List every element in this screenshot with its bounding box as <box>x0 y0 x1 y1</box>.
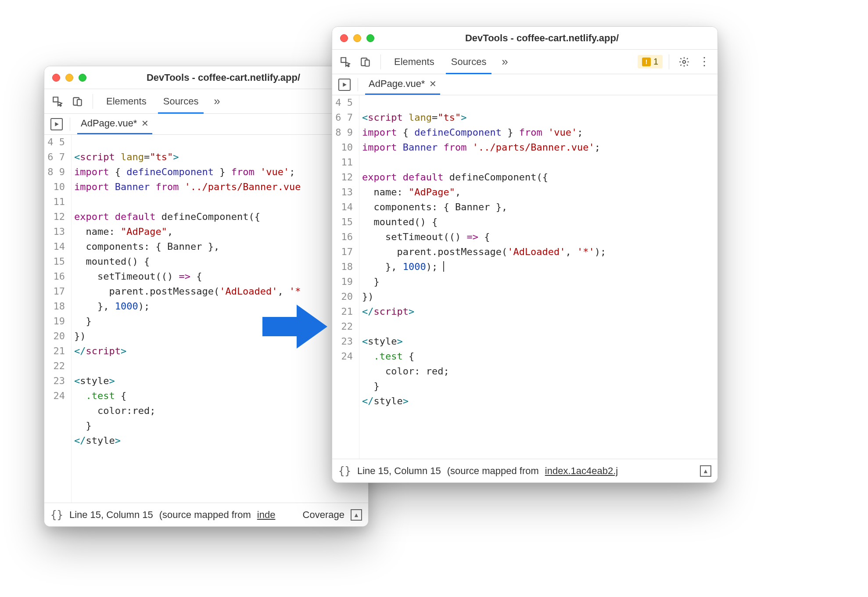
tab-elements[interactable]: Elements <box>99 90 154 113</box>
code-content[interactable]: <script lang="ts"> import { defineCompon… <box>72 135 368 503</box>
collapse-icon[interactable]: ▲ <box>700 465 711 477</box>
file-tabstrip: AdPage.vue* ✕ <box>44 114 368 135</box>
divider <box>70 118 70 131</box>
code-content[interactable]: <script lang="ts"> import { defineCompon… <box>359 95 717 459</box>
statusbar: {} Line 15, Column 15 (source mapped fro… <box>332 459 717 482</box>
more-tabs-icon[interactable]: » <box>496 53 513 71</box>
maximize-icon[interactable] <box>79 74 86 82</box>
tab-sources[interactable]: Sources <box>444 50 494 74</box>
minimize-icon[interactable] <box>353 34 361 42</box>
file-tab-label: AdPage.vue* <box>81 118 137 129</box>
warning-count: 1 <box>653 57 658 67</box>
close-tab-icon[interactable]: ✕ <box>141 118 149 129</box>
cursor-position: Line 15, Column 15 <box>357 465 441 477</box>
source-mapped-label: (source mapped from <box>159 509 251 521</box>
navigator-icon[interactable] <box>50 118 63 130</box>
devtools-window-left: DevTools - coffee-cart.netlify.app/ Elem… <box>44 66 369 527</box>
kebab-menu-icon[interactable]: ⋮ <box>696 53 713 71</box>
traffic-lights <box>340 34 374 42</box>
source-mapped-link[interactable]: inde <box>257 509 276 521</box>
code-editor[interactable]: 4 5 6 7 8 9 10 11 12 13 14 15 16 17 18 1… <box>44 135 368 503</box>
source-mapped-label: (source mapped from <box>447 465 539 477</box>
divider <box>358 78 358 91</box>
settings-icon[interactable] <box>675 53 693 71</box>
source-mapped-link[interactable]: index.1ac4eab2.j <box>545 465 618 477</box>
warning-icon: ! <box>642 58 651 66</box>
collapse-icon[interactable]: ▲ <box>351 509 362 521</box>
warning-badge[interactable]: ! 1 <box>638 55 663 68</box>
svg-point-5 <box>683 60 686 63</box>
window-title: DevTools - coffee-cart.netlify.app/ <box>374 32 710 44</box>
close-tab-icon[interactable]: ✕ <box>429 79 437 89</box>
device-toggle-icon[interactable] <box>69 93 86 110</box>
divider <box>669 54 669 69</box>
divider <box>380 54 381 69</box>
inspect-icon[interactable] <box>337 53 354 71</box>
gutter: 4 5 6 7 8 9 10 11 12 13 14 15 16 17 18 1… <box>44 135 72 503</box>
svg-rect-4 <box>365 60 369 66</box>
close-icon[interactable] <box>52 74 60 82</box>
gutter: 4 5 6 7 8 9 10 11 12 13 14 15 16 17 18 1… <box>332 95 359 459</box>
coverage-label[interactable]: Coverage <box>303 509 344 521</box>
main-toolbar: Elements Sources » ! 1 ⋮ <box>332 50 717 74</box>
svg-rect-1 <box>77 99 82 105</box>
window-title: DevTools - coffee-cart.netlify.app/ <box>86 72 360 83</box>
close-icon[interactable] <box>340 34 348 42</box>
divider <box>93 94 93 109</box>
format-icon[interactable]: {} <box>338 465 351 477</box>
file-tab[interactable]: AdPage.vue* ✕ <box>365 75 440 95</box>
tab-sources[interactable]: Sources <box>156 90 206 113</box>
code-editor[interactable]: 4 5 6 7 8 9 10 11 12 13 14 15 16 17 18 1… <box>332 95 717 459</box>
format-icon[interactable]: {} <box>50 509 63 521</box>
maximize-icon[interactable] <box>366 34 374 42</box>
traffic-lights <box>52 74 86 82</box>
main-toolbar: Elements Sources » <box>44 89 368 114</box>
file-tab-label: AdPage.vue* <box>369 78 425 90</box>
minimize-icon[interactable] <box>65 74 73 82</box>
cursor-position: Line 15, Column 15 <box>69 509 153 521</box>
text-cursor <box>443 261 444 272</box>
device-toggle-icon[interactable] <box>357 53 374 71</box>
devtools-window-right: DevTools - coffee-cart.netlify.app/ Elem… <box>332 26 718 483</box>
file-tabstrip: AdPage.vue* ✕ <box>332 74 717 95</box>
navigator-icon[interactable] <box>338 79 351 91</box>
statusbar: {} Line 15, Column 15 (source mapped fro… <box>44 503 368 526</box>
titlebar: DevTools - coffee-cart.netlify.app/ <box>44 66 368 89</box>
tab-elements[interactable]: Elements <box>387 50 441 74</box>
more-tabs-icon[interactable]: » <box>208 93 226 110</box>
titlebar: DevTools - coffee-cart.netlify.app/ <box>332 27 717 50</box>
inspect-icon[interactable] <box>49 93 66 110</box>
file-tab[interactable]: AdPage.vue* ✕ <box>77 114 152 134</box>
